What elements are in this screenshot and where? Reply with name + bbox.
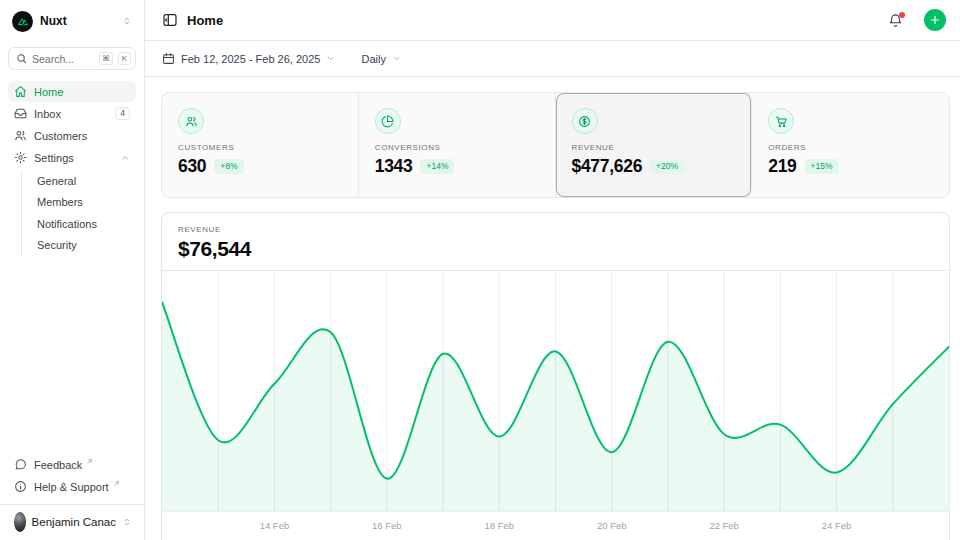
- sidebar-collapse-icon[interactable]: [162, 12, 178, 28]
- stat-value: 630: [178, 156, 206, 177]
- sidebar-item-notifications[interactable]: Notifications: [37, 213, 136, 235]
- content-area: CUSTOMERS 630 +8% CONVERSIONS 1343 +14%: [145, 77, 960, 540]
- stat-card-conversions[interactable]: CONVERSIONS 1343 +14%: [359, 93, 556, 197]
- chart-metric-value: $76,544: [178, 237, 933, 261]
- sidebar-item-feedback[interactable]: Feedback: [8, 454, 136, 475]
- stat-delta-badge: +8%: [214, 159, 243, 174]
- sidebar: Nuxt Search... ⌘ K Home: [0, 0, 145, 540]
- external-link-icon: [113, 480, 120, 487]
- chart-header: REVENUE $76,544: [162, 213, 949, 271]
- stat-icon-circle: [572, 108, 598, 134]
- sidebar-item-general[interactable]: General: [37, 170, 136, 192]
- sidebar-nav: Home Inbox 4 Customers Settings: [8, 81, 136, 258]
- sub-item-label: General: [37, 175, 76, 187]
- chevrons-up-down-icon: [122, 16, 132, 26]
- sidebar-spacer: [8, 258, 136, 454]
- search-icon: [16, 53, 27, 64]
- external-link-icon: [86, 458, 93, 465]
- calendar-icon: [162, 52, 175, 65]
- sidebar-item-members[interactable]: Members: [37, 192, 136, 214]
- users-round-icon: [185, 115, 198, 128]
- x-axis-tick-label: 24 Feb: [822, 520, 852, 531]
- app-window: Nuxt Search... ⌘ K Home: [0, 0, 960, 540]
- sidebar-item-inbox[interactable]: Inbox 4: [8, 103, 136, 124]
- sidebar-item-home[interactable]: Home: [8, 81, 136, 102]
- kbd-k: K: [118, 52, 131, 65]
- sidebar-item-customers[interactable]: Customers: [8, 125, 136, 146]
- user-menu[interactable]: Benjamin Canac: [8, 505, 136, 540]
- stat-value: $477,626: [572, 156, 643, 177]
- search-input[interactable]: Search... ⌘ K: [8, 47, 136, 70]
- x-axis-tick-label: 14 Feb: [260, 520, 290, 531]
- stat-label: REVENUE: [572, 143, 736, 152]
- sidebar-item-label: Customers: [34, 130, 130, 142]
- period-value: Daily: [361, 53, 385, 65]
- pie-chart-icon: [381, 115, 394, 128]
- stat-delta-badge: +14%: [420, 159, 454, 174]
- chart-body: 14 Feb16 Feb18 Feb20 Feb22 Feb24 Feb: [162, 271, 949, 540]
- x-axis-tick-label: 20 Feb: [597, 520, 627, 531]
- plus-icon: [929, 14, 941, 26]
- stat-icon-circle: [375, 108, 401, 134]
- user-name: Benjamin Canac: [32, 516, 116, 528]
- info-circle-icon: [14, 480, 27, 493]
- stat-icon-circle: [768, 108, 794, 134]
- sidebar-item-security[interactable]: Security: [37, 235, 136, 257]
- stat-value: 1343: [375, 156, 413, 177]
- stat-card-revenue[interactable]: REVENUE $477,626 +20%: [556, 93, 753, 197]
- revenue-chart[interactable]: 14 Feb16 Feb18 Feb20 Feb22 Feb24 Feb: [162, 271, 949, 537]
- period-select[interactable]: Daily: [361, 53, 400, 65]
- gear-icon: [14, 151, 27, 164]
- stat-delta-badge: +15%: [805, 159, 839, 174]
- kbd-cmd: ⌘: [99, 52, 113, 65]
- stat-label: CUSTOMERS: [178, 143, 342, 152]
- sub-item-label: Security: [37, 239, 77, 251]
- sub-item-label: Notifications: [37, 218, 97, 230]
- x-axis-tick-label: 16 Feb: [372, 520, 402, 531]
- sub-item-label: Members: [37, 196, 83, 208]
- workspace-selector[interactable]: Nuxt: [8, 8, 136, 34]
- stat-delta-badge: +20%: [650, 159, 684, 174]
- sidebar-item-label: Home: [34, 86, 130, 98]
- page-title: Home: [187, 13, 879, 28]
- x-axis-tick-label: 18 Feb: [485, 520, 515, 531]
- circle-dollar-icon: [578, 115, 591, 128]
- sidebar-item-label: Help & Support: [34, 481, 109, 493]
- chevrons-up-down-icon: [122, 517, 132, 527]
- chevron-up-icon: [120, 153, 130, 163]
- notifications-button[interactable]: [888, 13, 903, 28]
- chat-bubble-icon: [14, 458, 27, 471]
- stats-row: CUSTOMERS 630 +8% CONVERSIONS 1343 +14%: [161, 92, 950, 198]
- workspace-name: Nuxt: [40, 14, 115, 28]
- home-icon: [14, 85, 27, 98]
- inbox-count-badge: 4: [115, 107, 130, 120]
- revenue-chart-panel: REVENUE $76,544 14 Feb16 Feb18 Feb20 Feb…: [161, 212, 950, 540]
- users-icon: [14, 129, 27, 142]
- date-range-picker[interactable]: Feb 12, 2025 - Feb 26, 2025: [162, 52, 335, 65]
- search-placeholder: Search...: [32, 53, 94, 65]
- chevron-down-icon: [326, 54, 335, 63]
- page-header: Home: [145, 0, 960, 41]
- sidebar-item-help-support[interactable]: Help & Support: [8, 476, 136, 497]
- nuxt-logo-icon: [12, 11, 33, 32]
- filters-toolbar: Feb 12, 2025 - Feb 26, 2025 Daily: [145, 41, 960, 77]
- chart-metric-label: REVENUE: [178, 225, 933, 234]
- add-button[interactable]: [924, 9, 946, 31]
- date-range-value: Feb 12, 2025 - Feb 26, 2025: [181, 53, 320, 65]
- sidebar-footer-nav: Feedback Help & Support: [8, 454, 136, 502]
- user-avatar: [14, 512, 26, 532]
- sidebar-item-settings[interactable]: Settings: [8, 147, 136, 168]
- sidebar-item-label: Inbox: [34, 108, 108, 120]
- sidebar-item-label: Feedback: [34, 459, 82, 471]
- unread-dot: [899, 12, 905, 18]
- chevron-down-icon: [392, 54, 401, 63]
- stat-label: ORDERS: [768, 143, 933, 152]
- inbox-icon: [14, 107, 27, 120]
- stat-label: CONVERSIONS: [375, 143, 539, 152]
- stat-card-customers[interactable]: CUSTOMERS 630 +8%: [162, 93, 359, 197]
- sidebar-item-label: Settings: [34, 152, 113, 164]
- x-axis-tick-label: 22 Feb: [709, 520, 739, 531]
- stat-value: 219: [768, 156, 796, 177]
- stat-card-orders[interactable]: ORDERS 219 +15%: [752, 93, 949, 197]
- cart-icon: [775, 115, 788, 128]
